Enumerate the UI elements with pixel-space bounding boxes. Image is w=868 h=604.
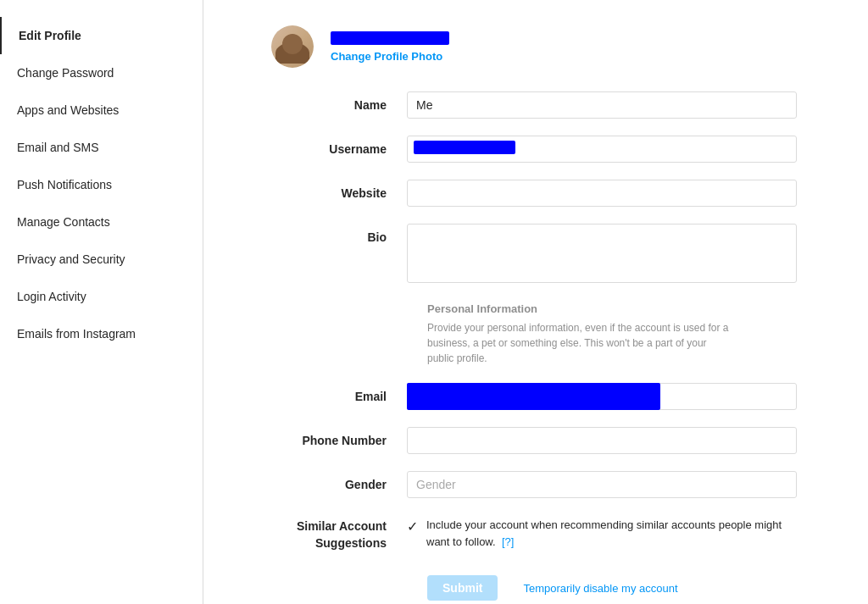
sidebar-item-push-notifications[interactable]: Push Notifications <box>0 166 203 203</box>
similar-account-description: Include your account when recommending s… <box>426 518 782 548</box>
website-row: Website <box>271 180 797 207</box>
bio-input[interactable] <box>407 224 797 283</box>
form-section: Change Profile Photo Name Username <box>271 25 797 601</box>
avatar[interactable] <box>271 25 314 68</box>
email-row: Email <box>271 383 797 410</box>
username-input-container <box>407 136 797 163</box>
sidebar-item-email-sms[interactable]: Email and SMS <box>0 129 203 166</box>
sidebar-item-emails-from-instagram[interactable]: Emails from Instagram <box>0 315 203 352</box>
username-display <box>331 31 449 45</box>
main-content: Change Profile Photo Name Username <box>203 0 868 604</box>
checkmark-icon: ✓ <box>407 517 418 535</box>
similar-account-content: ✓ Include your account when recommending… <box>407 515 797 550</box>
website-input[interactable] <box>407 180 797 207</box>
sidebar-item-apps-websites[interactable]: Apps and Websites <box>0 91 203 129</box>
website-input-container <box>407 180 797 207</box>
change-photo-link[interactable]: Change Profile Photo <box>331 50 449 63</box>
email-input-wrapper <box>407 383 797 410</box>
sidebar: Edit Profile Change Password Apps and We… <box>0 0 203 604</box>
sidebar-item-login-activity[interactable]: Login Activity <box>0 278 203 315</box>
phone-label: Phone Number <box>271 427 407 447</box>
similar-account-row: Similar Account Suggestions ✓ Include yo… <box>271 515 797 551</box>
email-input[interactable] <box>407 383 797 410</box>
submit-row: Submit Temporarily disable my account <box>271 575 797 601</box>
name-input-container <box>407 91 797 119</box>
profile-header: Change Profile Photo <box>271 25 797 68</box>
personal-info-section: Personal Information Provide your person… <box>271 302 797 366</box>
sidebar-item-privacy-security[interactable]: Privacy and Security <box>0 241 203 278</box>
username-label: Username <box>271 136 407 156</box>
similar-account-text: Include your account when recommending s… <box>426 517 797 550</box>
name-label: Name <box>271 91 407 112</box>
gender-select[interactable]: Gender Male Female Prefer not to say <box>407 471 797 498</box>
submit-button[interactable]: Submit <box>427 575 498 601</box>
personal-info-title: Personal Information <box>427 302 797 315</box>
phone-row: Phone Number <box>271 427 797 454</box>
gender-input-container: Gender Male Female Prefer not to say <box>407 471 797 498</box>
gender-label: Gender <box>271 471 407 491</box>
gender-row: Gender Gender Male Female Prefer not to … <box>271 471 797 498</box>
bio-input-container <box>407 224 797 285</box>
personal-info-desc: Provide your personal information, even … <box>427 320 732 366</box>
username-input[interactable] <box>407 136 797 163</box>
phone-input-container <box>407 427 797 454</box>
sidebar-item-edit-profile[interactable]: Edit Profile <box>0 17 203 54</box>
avatar-image <box>271 25 314 68</box>
email-input-container <box>407 383 797 410</box>
sidebar-item-change-password[interactable]: Change Password <box>0 54 203 91</box>
similar-help-link[interactable]: [?] <box>502 535 514 548</box>
phone-input[interactable] <box>407 427 797 454</box>
sidebar-item-manage-contacts[interactable]: Manage Contacts <box>0 203 203 241</box>
username-row: Username <box>271 136 797 163</box>
website-label: Website <box>271 180 407 200</box>
similar-account-label: Similar Account Suggestions <box>271 515 407 551</box>
name-row: Name <box>271 91 797 119</box>
bio-row: Bio <box>271 224 797 285</box>
disable-account-link[interactable]: Temporarily disable my account <box>523 582 677 595</box>
page-container: Edit Profile Change Password Apps and We… <box>0 0 868 604</box>
profile-info: Change Profile Photo <box>331 31 449 63</box>
bio-label: Bio <box>271 224 407 244</box>
name-input[interactable] <box>407 91 797 119</box>
email-label: Email <box>271 383 407 403</box>
